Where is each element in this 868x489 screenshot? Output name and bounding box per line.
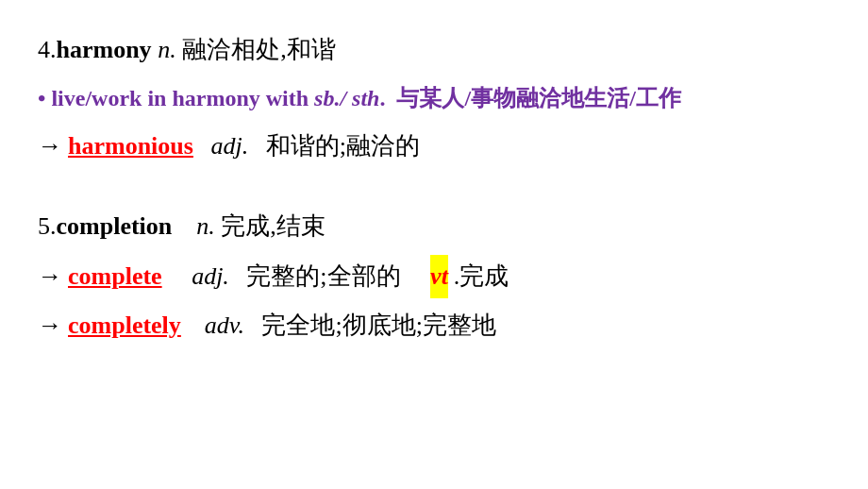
harmony-number: 4. (38, 36, 57, 63)
completion-word: completion (57, 212, 173, 240)
harmony-definition: 融洽相处,和谐 (182, 36, 336, 63)
spacer (38, 186, 830, 205)
harmony-main-line: 4.harmony n. 融洽相处,和谐 (38, 28, 830, 73)
harmony-phrase-punct: . (379, 86, 385, 110)
harmony-phrase-line: • live/work in harmony with sb./ sth. 与某… (38, 78, 830, 119)
complete-definition-vt: .完成 (454, 255, 509, 299)
harmonious-word: harmonious (68, 125, 193, 169)
completion-number: 5. (38, 212, 57, 240)
main-content: 4.harmony n. 融洽相处,和谐 • live/work in harm… (38, 28, 830, 461)
completely-pos: adv. (205, 304, 244, 348)
harmony-phrase-en: live/work in harmony with (51, 86, 314, 110)
completion-definition: 完成,结束 (221, 212, 326, 240)
completion-pos: n. (196, 212, 215, 240)
harmony-pos: n. (158, 36, 176, 63)
complete-pos-adj: adj. (192, 255, 229, 299)
harmony-phrase-zh: 与某人/事物融洽地生活/工作 (396, 86, 680, 110)
complete-line: →complete adj. 完整的;全部的 vt.完成 (38, 255, 830, 299)
harmonious-definition: 和谐的;融洽的 (266, 125, 420, 169)
harmonious-line: →harmonious adj. 和谐的;融洽的 (38, 125, 830, 169)
harmony-word: harmony (57, 36, 152, 63)
complete-word: complete (68, 255, 162, 299)
arrow-1: → (38, 125, 62, 169)
bullet-symbol: • (38, 86, 51, 110)
complete-definition-adj: 完整的;全部的 (246, 255, 400, 299)
completely-definition: 完全地;彻底地;完整地 (261, 304, 495, 348)
arrow-2: → (38, 255, 62, 299)
completely-word: completely (68, 304, 181, 348)
completion-main-line: 5.completion n. 完成,结束 (38, 205, 830, 249)
harmony-phrase-italic: sb./ sth (314, 86, 379, 110)
arrow-3: → (38, 304, 62, 348)
harmonious-pos: adj. (210, 125, 248, 169)
completely-line: →completely adv. 完全地;彻底地;完整地 (38, 304, 830, 348)
entry-completion: 5.completion n. 完成,结束 →complete adj. 完整的… (38, 205, 830, 348)
entry-harmony: 4.harmony n. 融洽相处,和谐 • live/work in harm… (38, 28, 830, 169)
complete-pos-vt: vt (430, 255, 448, 299)
